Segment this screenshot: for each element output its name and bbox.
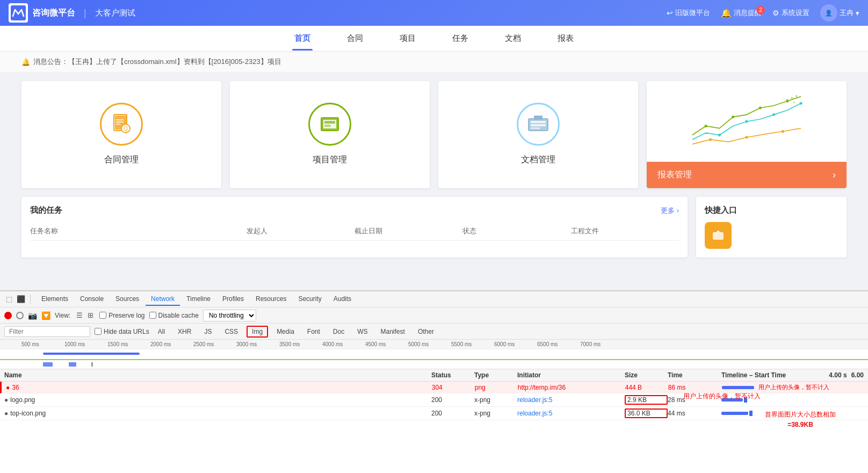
- row3-name: ●top-icon.png: [4, 410, 431, 417]
- project-card[interactable]: 项目管理: [230, 81, 430, 188]
- filter-doc[interactable]: Doc: [329, 327, 349, 336]
- report-btn-arrow: ›: [833, 169, 836, 181]
- svg-point-33: [795, 95, 797, 97]
- filter-xhr[interactable]: XHR: [173, 327, 196, 336]
- nav-actions: ↩ 旧版微平台 🔔 消息提醒 2 ⚙ 系统设置 👤 王冉 ▾: [667, 4, 859, 22]
- devtools-tab-audits[interactable]: Audits: [328, 293, 357, 306]
- filter-img[interactable]: Img: [247, 326, 268, 338]
- record-btn[interactable]: [4, 312, 12, 319]
- report-card[interactable]: 报表管理 ›: [647, 81, 847, 188]
- row1-timeline: 用户上传的头像，暂不计入: [722, 383, 864, 391]
- avatar: 👤: [820, 4, 837, 22]
- col-type: Type: [474, 371, 517, 379]
- tasks-panel: 我的任务 更多 › 任务名称 发起人 截止日期 状态 工程文件: [21, 197, 688, 257]
- svg-point-34: [786, 99, 788, 101]
- tab-home[interactable]: 首页: [292, 27, 313, 50]
- brand-logo: [9, 3, 28, 23]
- announcement-icon: 🔔: [21, 58, 30, 66]
- app-name: 咨询微平台: [32, 8, 75, 19]
- settings-btn[interactable]: ⚙ 系统设置: [772, 8, 809, 18]
- svg-rect-18: [531, 127, 540, 129]
- row1-size: 444 B: [625, 384, 668, 391]
- tab-project[interactable]: 项目: [397, 27, 418, 50]
- row1-time: 86 ms: [668, 384, 722, 391]
- user-menu[interactable]: 👤 王冉 ▾: [820, 4, 859, 22]
- document-icon-circle: [517, 103, 560, 146]
- svg-point-35: [793, 102, 795, 103]
- filter-manifest[interactable]: Manifest: [377, 327, 409, 336]
- filter-ws[interactable]: WS: [353, 327, 372, 336]
- svg-point-25: [718, 134, 721, 137]
- svg-point-23: [759, 106, 762, 109]
- devtools-inspect-icon[interactable]: ⬚: [4, 295, 14, 304]
- tab-document[interactable]: 文档: [503, 27, 523, 50]
- devtools-console-icon[interactable]: ⬛: [16, 295, 26, 304]
- row3-status: 200: [431, 410, 474, 417]
- devtools-tab-console[interactable]: Console: [75, 293, 109, 306]
- row1-type: png: [475, 384, 518, 391]
- grid-view-icon[interactable]: ⊞: [85, 311, 95, 320]
- announcement-text: 消息公告：【王冉】上传了【crossdomain.xml】资料到【[2016]0…: [33, 57, 281, 67]
- devtools-tab-elements[interactable]: Elements: [36, 293, 74, 306]
- filter-icon[interactable]: 🔽: [41, 311, 50, 320]
- devtools-tab-network[interactable]: Network: [146, 293, 180, 306]
- row2-name: ●logo.png: [4, 396, 431, 404]
- row2-initiator: reloader.js:5: [517, 396, 625, 404]
- devtools-tab-profiles[interactable]: Profiles: [217, 293, 249, 306]
- table-row[interactable]: ●top-icon.png 200 x-png reloader.js:5 36…: [0, 407, 868, 420]
- annotation-summary: 首界面图片大小总数相加 =38.9KB: [765, 410, 836, 430]
- filter-media[interactable]: Media: [272, 327, 299, 336]
- filter-all[interactable]: All: [154, 327, 169, 336]
- quick-icon[interactable]: [705, 222, 732, 249]
- filter-css[interactable]: CSS: [220, 327, 242, 336]
- screenshot-icon[interactable]: 📷: [28, 311, 37, 320]
- devtools-tab-security[interactable]: Security: [293, 293, 327, 306]
- col-status: Status: [431, 371, 474, 379]
- row3-type: x-png: [474, 410, 517, 417]
- devtools-tab-sources[interactable]: Sources: [110, 293, 144, 306]
- filter-other[interactable]: Other: [414, 327, 438, 336]
- report-manage-btn[interactable]: 报表管理 ›: [647, 162, 847, 188]
- disable-cache-checkbox[interactable]: Disable cache: [149, 312, 199, 319]
- filter-input[interactable]: [4, 326, 90, 337]
- contract-label: 合同管理: [104, 154, 139, 166]
- notifications-btn[interactable]: 🔔 消息提醒 2: [721, 8, 762, 18]
- throttle-select[interactable]: No throttling: [203, 310, 256, 321]
- annotation-user-avatar: 用户上传的头像，暂不计入: [683, 392, 761, 401]
- row1-initiator: http://temp.im/36: [518, 384, 625, 391]
- tab-contract[interactable]: 合同: [345, 27, 365, 50]
- devtools-panel: ⬚ ⬛ Elements Console Sources Network Tim…: [0, 290, 868, 473]
- brand-area: 咨询微平台 | 大客户测试: [9, 3, 135, 23]
- tab-report[interactable]: 报表: [555, 27, 576, 50]
- svg-rect-17: [531, 124, 546, 126]
- svg-point-32: [791, 97, 793, 98]
- tasks-table-header: 任务名称 发起人 截止日期 状态 工程文件: [30, 222, 679, 241]
- network-toolbar: 📷 🔽 View: ☰ ⊞ Preserve log Disable cache…: [0, 307, 868, 324]
- devtools-tab-timeline[interactable]: Timeline: [181, 293, 216, 306]
- hide-data-checkbox[interactable]: Hide data URLs: [95, 328, 149, 335]
- col-timeline: Timeline – Start Time 4.00 s 6.00: [721, 371, 864, 379]
- col-size: Size: [625, 371, 668, 379]
- svg-rect-19: [534, 116, 542, 120]
- svg-point-21: [705, 125, 707, 127]
- filter-bar: Hide data URLs All XHR JS CSS Img Media …: [0, 324, 868, 340]
- document-card[interactable]: 文档管理: [438, 81, 638, 188]
- filter-js[interactable]: JS: [200, 327, 216, 336]
- filter-font[interactable]: Font: [303, 327, 324, 336]
- svg-point-22: [732, 116, 734, 118]
- more-link[interactable]: 更多 ›: [661, 206, 679, 216]
- devtools-tab-resources[interactable]: Resources: [250, 293, 292, 306]
- preserve-log-checkbox[interactable]: Preserve log: [99, 312, 144, 319]
- project-label: 项目管理: [313, 154, 347, 166]
- stop-btn[interactable]: [16, 312, 24, 319]
- list-view-icon[interactable]: ☰: [75, 311, 84, 320]
- svg-point-27: [772, 113, 775, 116]
- tab-task[interactable]: 任务: [450, 27, 471, 50]
- old-version-btn[interactable]: ↩ 旧版微平台: [667, 8, 710, 18]
- contract-card[interactable]: Q 合同管理: [21, 81, 221, 188]
- notification-count: 2: [756, 6, 765, 15]
- svg-rect-13: [324, 125, 331, 127]
- brand-divider: |: [84, 8, 86, 19]
- view-label: View:: [55, 312, 70, 319]
- row3-time: 44 ms: [668, 410, 721, 417]
